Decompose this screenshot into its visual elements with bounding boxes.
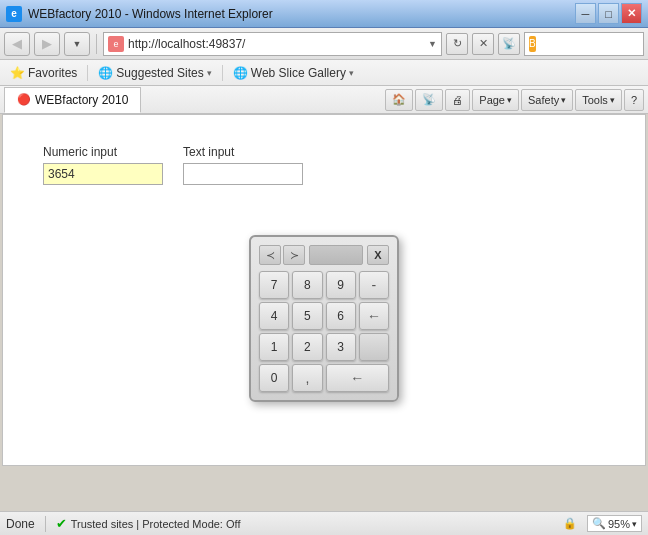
calc-btn-8[interactable]: 8: [292, 271, 322, 299]
calc-btn-1[interactable]: 1: [259, 333, 289, 361]
calc-btn-backspace-right[interactable]: ←: [359, 302, 389, 330]
close-button[interactable]: ✕: [621, 3, 642, 24]
calc-close-button[interactable]: X: [367, 245, 389, 265]
calc-btn-comma[interactable]: ,: [292, 364, 322, 392]
rss-button[interactable]: 📡: [498, 33, 520, 55]
webslice-dropdown-icon[interactable]: ▾: [349, 68, 354, 78]
zoom-dropdown-icon[interactable]: ▾: [632, 519, 637, 529]
calc-display-bar: [309, 245, 363, 265]
help-button[interactable]: ?: [624, 89, 644, 111]
suggested-label: Suggested Sites: [116, 66, 203, 80]
tab-toolbar: 🔴 WEBfactory 2010 🏠 📡 🖨 Page ▾ Safety ▾ …: [0, 86, 648, 114]
page-button[interactable]: Page ▾: [472, 89, 519, 111]
security-status: ✔ Trusted sites | Protected Mode: Off: [56, 516, 241, 531]
calc-btn-2[interactable]: 2: [292, 333, 322, 361]
form-area: Numeric input Text input: [43, 145, 625, 185]
tab-icon: 🔴: [17, 93, 31, 106]
address-dropdown-icon[interactable]: ▼: [428, 39, 437, 49]
text-field-group: Text input: [183, 145, 303, 185]
numeric-label: Numeric input: [43, 145, 163, 159]
favorites-label: Favorites: [28, 66, 77, 80]
safety-dropdown-icon: ▾: [561, 95, 566, 105]
lock-status: 🔒: [563, 517, 577, 530]
back-button[interactable]: ◀: [4, 32, 30, 56]
window-controls: ─ □ ✕: [575, 3, 642, 24]
recent-pages-button[interactable]: ▼: [64, 32, 90, 56]
webslice-icon: 🌐: [233, 66, 248, 80]
browser-icon: e: [6, 6, 22, 22]
numeric-field-group: Numeric input: [43, 145, 163, 185]
calc-btn-7[interactable]: 7: [259, 271, 289, 299]
calc-right-arrow-button[interactable]: ≻: [283, 245, 305, 265]
security-text: Trusted sites | Protected Mode: Off: [71, 518, 241, 530]
calc-btn-6[interactable]: 6: [326, 302, 356, 330]
calculator: ≺ ≻ X 7 8 9 - 4 5 6 ← 1 2 3 0 , ←: [249, 235, 399, 402]
suggested-dropdown-icon[interactable]: ▾: [207, 68, 212, 78]
calc-btn-9[interactable]: 9: [326, 271, 356, 299]
favorites-menu-button[interactable]: ⭐ Favorites: [6, 64, 81, 82]
zoom-icon: 🔍: [592, 517, 606, 530]
print-button[interactable]: 🖨: [445, 89, 470, 111]
calc-btn-backspace-left[interactable]: ←: [326, 364, 390, 392]
favorites-bar: ⭐ Favorites 🌐 Suggested Sites ▾ 🌐 Web Sl…: [0, 60, 648, 86]
text-label: Text input: [183, 145, 303, 159]
calc-btn-5[interactable]: 5: [292, 302, 322, 330]
calc-btn-minus[interactable]: -: [359, 271, 389, 299]
suggested-sites-button[interactable]: 🌐 Suggested Sites ▾: [94, 64, 215, 82]
numeric-input[interactable]: [43, 163, 163, 185]
tab-label: WEBfactory 2010: [35, 93, 128, 107]
zoom-control[interactable]: 🔍 95% ▾: [587, 515, 642, 532]
minimize-button[interactable]: ─: [575, 3, 596, 24]
window-title: WEBfactory 2010 - Windows Internet Explo…: [28, 7, 273, 21]
address-bar[interactable]: e http://localhost:49837/ ▼: [103, 32, 442, 56]
status-separator-1: [45, 516, 46, 532]
home-button[interactable]: 🏠: [385, 89, 413, 111]
forward-button[interactable]: ▶: [34, 32, 60, 56]
tools-dropdown-icon: ▾: [610, 95, 615, 105]
refresh-button[interactable]: ↻: [446, 33, 468, 55]
title-bar: e WEBfactory 2010 - Windows Internet Exp…: [0, 0, 648, 28]
calc-arrows: ≺ ≻: [259, 245, 305, 265]
zoom-value: 95%: [608, 518, 630, 530]
calc-btn-3[interactable]: 3: [326, 333, 356, 361]
maximize-button[interactable]: □: [598, 3, 619, 24]
tools-button[interactable]: Tools ▾: [575, 89, 622, 111]
calc-top-row: ≺ ≻ X: [259, 245, 389, 265]
active-tab[interactable]: 🔴 WEBfactory 2010: [4, 87, 141, 113]
calc-btn-empty-1: [359, 333, 389, 361]
fav-separator-2: [222, 65, 223, 81]
calc-left-arrow-button[interactable]: ≺: [259, 245, 281, 265]
status-bar: Done ✔ Trusted sites | Protected Mode: O…: [0, 511, 648, 535]
search-box[interactable]: B 🔍 ▼: [524, 32, 644, 56]
stop-button[interactable]: ✕: [472, 33, 494, 55]
address-text: http://localhost:49837/: [128, 37, 424, 51]
navigation-bar: ◀ ▶ ▼ e http://localhost:49837/ ▼ ↻ ✕ 📡 …: [0, 28, 648, 60]
status-done-text: Done: [6, 517, 35, 531]
feeds-button[interactable]: 📡: [415, 89, 443, 111]
calc-btn-4[interactable]: 4: [259, 302, 289, 330]
calc-grid: 7 8 9 - 4 5 6 ← 1 2 3 0 , ←: [259, 271, 389, 392]
page-dropdown-icon: ▾: [507, 95, 512, 105]
page-icon: e: [108, 36, 124, 52]
star-icon: ⭐: [10, 66, 25, 80]
suggested-icon: 🌐: [98, 66, 113, 80]
safety-button[interactable]: Safety ▾: [521, 89, 573, 111]
lock-icon: 🔒: [563, 517, 577, 530]
bing-icon: B: [529, 36, 536, 52]
security-check-icon: ✔: [56, 516, 67, 531]
calc-btn-0[interactable]: 0: [259, 364, 289, 392]
search-input[interactable]: [539, 37, 648, 51]
fav-separator-1: [87, 65, 88, 81]
webslice-label: Web Slice Gallery: [251, 66, 346, 80]
text-input[interactable]: [183, 163, 303, 185]
web-slice-gallery-button[interactable]: 🌐 Web Slice Gallery ▾: [229, 64, 358, 82]
nav-separator: [96, 34, 97, 54]
main-content: Numeric input Text input ≺ ≻ X 7 8 9 - 4…: [2, 114, 646, 466]
